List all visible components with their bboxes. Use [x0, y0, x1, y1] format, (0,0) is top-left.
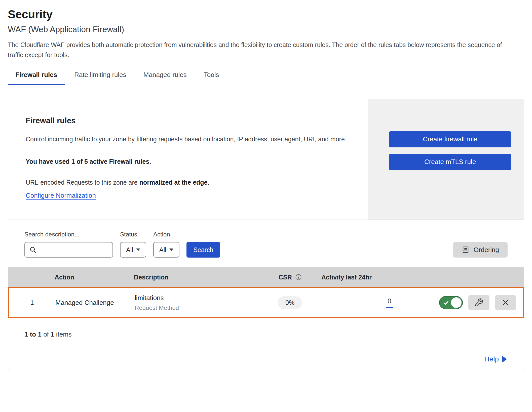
activity-sparkline — [321, 303, 375, 305]
search-box — [24, 242, 113, 258]
check-icon — [443, 300, 449, 306]
card-top-section: Firewall rules Control incoming traffic … — [8, 99, 524, 220]
count-total: 1 — [51, 331, 54, 338]
tab-managed-rules[interactable]: Managed rules — [136, 71, 194, 85]
header-csr-label: CSR — [279, 274, 292, 281]
action-filter-group: Action All — [153, 231, 179, 258]
rule-description-cell: limitations Request Method — [135, 294, 278, 311]
search-label: Search description... — [24, 231, 113, 238]
normalization-bold: normalized at the edge. — [139, 179, 209, 186]
actions-panel: Create firewall rule Create mTLS rule — [368, 99, 524, 220]
rule-priority: 1 — [9, 299, 55, 307]
rule-csr-cell: 0% — [278, 296, 321, 309]
toggle-knob — [451, 297, 462, 308]
close-icon — [501, 298, 510, 307]
csr-badge: 0% — [278, 296, 302, 309]
help-row: Help — [8, 349, 524, 370]
wrench-icon — [474, 298, 483, 307]
status-select-value: All — [126, 246, 133, 254]
count-items: items — [54, 331, 72, 338]
header-description: Description — [134, 274, 279, 281]
help-link[interactable]: Help — [484, 355, 507, 363]
ordering-button[interactable]: Ordering — [453, 242, 508, 258]
filter-bar: Search description... Status All Action — [8, 220, 524, 267]
usage-note: You have used 1 of 5 active Firewall rul… — [26, 158, 350, 165]
tab-rate-limiting-rules[interactable]: Rate limiting rules — [67, 71, 134, 85]
info-icon[interactable] — [295, 274, 302, 281]
panel-heading: Firewall rules — [26, 116, 350, 125]
panel-description: Control incoming traffic to your zone by… — [26, 133, 350, 145]
delete-rule-button[interactable] — [495, 295, 516, 310]
pagination-summary: 1 to 1 of 1 items — [8, 318, 524, 349]
count-of: of — [42, 331, 51, 338]
normalization-note: URL-encoded Requests to this zone are no… — [26, 179, 350, 186]
page-subtitle: WAF (Web Application Firewall) — [8, 25, 524, 34]
tab-tools[interactable]: Tools — [196, 71, 227, 85]
chevron-down-icon — [136, 249, 140, 251]
status-filter-group: Status All — [120, 231, 146, 258]
action-label: Action — [153, 231, 179, 238]
normalization-prefix: URL-encoded Requests to this zone are — [26, 179, 139, 186]
table-row: 1 Managed Challenge limitations Request … — [8, 287, 524, 318]
rule-enabled-toggle[interactable] — [439, 296, 463, 309]
action-select-value: All — [159, 246, 166, 254]
ordering-list-icon — [462, 246, 470, 254]
header-csr: CSR — [279, 274, 321, 281]
ordering-button-label: Ordering — [474, 246, 499, 254]
count-range: 1 to 1 — [24, 331, 42, 338]
chevron-down-icon — [169, 249, 173, 251]
search-input[interactable] — [24, 242, 113, 258]
page-title: Security — [8, 8, 524, 21]
table-header: Action Description CSR Activity last 24h… — [8, 267, 524, 287]
rule-expression: Request Method — [135, 304, 278, 311]
rule-description: limitations — [135, 294, 278, 302]
rule-controls — [429, 295, 523, 310]
edit-rule-button[interactable] — [468, 295, 489, 310]
rule-action: Managed Challenge — [55, 299, 135, 307]
search-group: Search description... — [24, 231, 113, 258]
activity-count-link[interactable]: 0 — [386, 297, 393, 308]
help-arrow-icon — [502, 356, 507, 362]
search-button[interactable]: Search — [186, 242, 220, 258]
security-waf-page: Security WAF (Web Application Firewall) … — [0, 0, 532, 370]
status-label: Status — [120, 231, 146, 238]
status-select[interactable]: All — [120, 242, 146, 258]
create-mtls-rule-button[interactable]: Create mTLS rule — [389, 154, 511, 170]
firewall-rules-info: Firewall rules Control incoming traffic … — [8, 99, 368, 220]
action-select[interactable]: All — [153, 242, 179, 258]
header-action: Action — [55, 274, 134, 281]
create-firewall-rule-button[interactable]: Create firewall rule — [389, 131, 511, 147]
help-link-label: Help — [484, 355, 499, 363]
header-activity: Activity last 24hr — [321, 274, 430, 281]
tab-firewall-rules[interactable]: Firewall rules — [8, 71, 65, 85]
configure-normalization-link[interactable]: Configure Normalization — [26, 192, 96, 199]
search-icon — [29, 246, 37, 254]
rule-activity-cell: 0 — [321, 297, 429, 308]
tab-bar: Firewall rules Rate limiting rules Manag… — [8, 71, 524, 85]
page-description: The Cloudflare WAF provides both automat… — [8, 40, 519, 60]
firewall-rules-card: Firewall rules Control incoming traffic … — [8, 99, 524, 370]
